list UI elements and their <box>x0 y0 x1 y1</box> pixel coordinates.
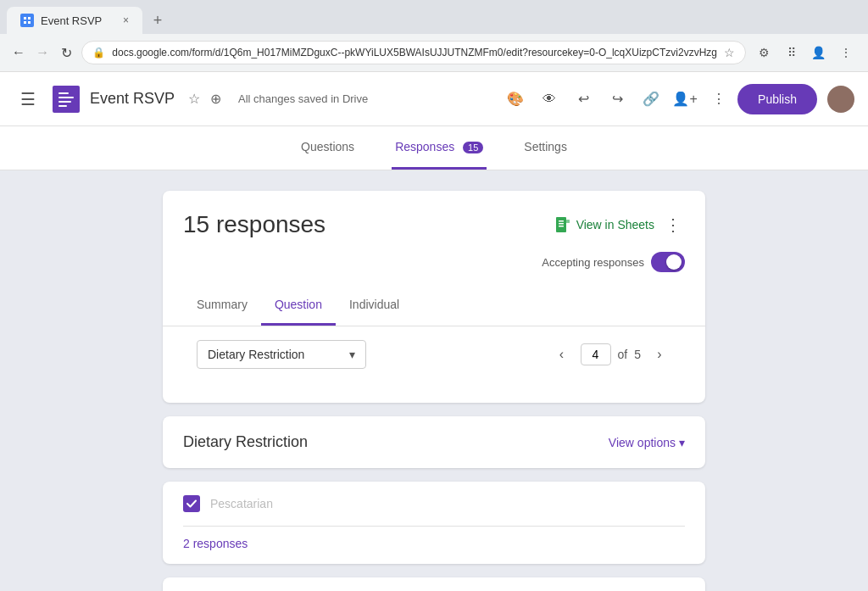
response-count-row: 15 responses View in Sheets ⋮ <box>183 211 685 238</box>
view-options-button[interactable]: View options ▾ <box>609 436 685 449</box>
page-of-label: of <box>618 348 628 361</box>
browser-tab-active[interactable]: Event RSVP × <box>7 7 142 34</box>
browser-nav: ← → ↻ 🔒 docs.google.com/form/d/1Q6m_H017… <box>0 34 868 71</box>
url-text: docs.google.com/form/d/1Q6m_H017MiMZDgux… <box>112 47 717 59</box>
svg-rect-2 <box>24 21 26 24</box>
svg-rect-5 <box>58 92 69 94</box>
next-page-button[interactable]: › <box>648 343 671 366</box>
app-header: ☰ Event RSVP ☆ ⊕ All changes saved in Dr… <box>0 72 868 126</box>
bookmark-icon[interactable]: ☆ <box>724 46 735 59</box>
option-card-pescatarian: Pescatarian 2 responses <box>163 482 705 564</box>
svg-rect-4 <box>53 86 80 113</box>
browser-tabs: Event RSVP × + <box>0 0 868 34</box>
question-dropdown[interactable]: Dietary Restriction ▾ <box>197 340 366 369</box>
tab-questions[interactable]: Questions <box>298 126 358 170</box>
sub-tab-summary[interactable]: Summary <box>183 286 261 326</box>
extensions-icon[interactable]: ⚙ <box>753 41 776 64</box>
emoji-icon[interactable]: 🎨 <box>500 84 531 114</box>
prev-page-button[interactable]: ‹ <box>550 343 574 366</box>
svg-rect-6 <box>58 97 74 98</box>
svg-rect-9 <box>556 217 566 232</box>
response-count: 15 responses <box>183 211 326 238</box>
sub-tab-question[interactable]: Question <box>261 286 336 326</box>
save-status: All changes saved in Drive <box>238 92 368 105</box>
preview-icon[interactable]: 👁 <box>534 84 565 114</box>
svg-rect-13 <box>566 220 570 223</box>
avatar[interactable] <box>827 86 854 113</box>
responses-count-pescatarian[interactable]: 2 responses <box>183 537 685 550</box>
more-actions-icon[interactable]: ⋮ <box>704 84 734 114</box>
option-row-pescatarian: Pescatarian <box>183 495 685 527</box>
svg-rect-1 <box>28 17 31 20</box>
content-area: 15 responses View in Sheets ⋮ <box>0 170 868 591</box>
section-header: Dietary Restriction View options ▾ <box>183 433 685 451</box>
chevron-down-icon: ▾ <box>679 436 685 449</box>
tab-close-icon[interactable]: × <box>123 14 129 26</box>
question-selector-row: Dietary Restriction ▾ ‹ of 5 › <box>183 326 685 382</box>
option-label-pescatarian: Pescatarian <box>210 497 273 510</box>
app-logo <box>53 86 80 113</box>
section-title-card: Dietary Restriction View options ▾ <box>163 416 705 468</box>
svg-rect-11 <box>559 223 564 225</box>
response-header-card: 15 responses View in Sheets ⋮ <box>163 191 705 403</box>
page-total: 5 <box>634 348 641 361</box>
question-dropdown-label: Dietary Restriction <box>208 348 304 361</box>
responses-badge: 15 <box>463 142 483 153</box>
chevron-down-icon: ▾ <box>349 348 355 361</box>
back-button[interactable]: ← <box>10 41 27 64</box>
accepting-row: Accepting responses <box>183 252 685 272</box>
redo-icon[interactable]: ↪ <box>602 84 632 114</box>
hamburger-menu-icon[interactable]: ☰ <box>14 82 42 116</box>
app-title-icons: ☆ ⊕ <box>185 87 225 110</box>
view-in-sheets-button[interactable]: View in Sheets <box>554 216 654 233</box>
accepting-label: Accepting responses <box>542 256 644 269</box>
header-actions: 🎨 👁 ↩ ↪ 🔗 👤+ ⋮ Publish <box>500 84 854 114</box>
tab-title: Event RSVP <box>41 14 102 27</box>
link-icon[interactable]: 🔗 <box>636 84 666 114</box>
sheets-icon <box>554 216 571 233</box>
svg-rect-12 <box>559 226 564 227</box>
pagination: ‹ of 5 › <box>550 343 671 366</box>
more-chrome-icon[interactable]: ⋮ <box>834 41 858 64</box>
url-bar[interactable]: 🔒 docs.google.com/form/d/1Q6m_H017MiMZDg… <box>81 41 746 64</box>
publish-button[interactable]: Publish <box>737 84 817 114</box>
lock-icon: 🔒 <box>92 47 105 59</box>
sub-tab-individual[interactable]: Individual <box>336 286 413 326</box>
new-tab-button[interactable]: + <box>146 8 170 32</box>
refresh-button[interactable]: ↻ <box>58 41 75 64</box>
svg-rect-10 <box>559 220 564 222</box>
sub-tabs: Summary Question Individual <box>163 286 705 326</box>
move-to-drive-icon[interactable]: ⊕ <box>207 87 225 110</box>
header-card-actions: View in Sheets ⋮ <box>554 211 685 238</box>
section-title: Dietary Restriction <box>183 433 308 451</box>
browser-nav-icons: ⚙ ⠿ 👤 ⋮ <box>753 41 858 64</box>
option-card-vegetarian: Vegetarian <box>163 577 705 591</box>
toggle-slider <box>651 252 685 272</box>
undo-icon[interactable]: ↩ <box>568 84 598 114</box>
more-responses-button[interactable]: ⋮ <box>661 211 685 238</box>
tab-favicon <box>20 14 34 27</box>
forms-logo-icon <box>53 86 80 113</box>
checkbox-checked-icon <box>183 495 200 512</box>
tab-settings[interactable]: Settings <box>520 126 570 170</box>
star-icon[interactable]: ☆ <box>185 87 203 110</box>
tab-responses[interactable]: Responses 15 <box>392 126 487 170</box>
forward-button[interactable]: → <box>34 41 51 64</box>
svg-rect-7 <box>58 101 71 103</box>
share-icon[interactable]: 👤+ <box>670 84 700 114</box>
svg-rect-3 <box>28 21 31 24</box>
app-title: Event RSVP <box>90 90 175 108</box>
svg-rect-0 <box>24 17 26 20</box>
page-input[interactable] <box>581 343 611 365</box>
svg-rect-8 <box>58 105 67 107</box>
account-icon[interactable]: 👤 <box>807 41 831 64</box>
google-apps-icon[interactable]: ⠿ <box>780 41 804 64</box>
main-tabs: Questions Responses 15 Settings <box>0 126 868 170</box>
response-header-inner: 15 responses View in Sheets ⋮ <box>163 191 705 403</box>
browser-chrome: Event RSVP × + ← → ↻ 🔒 docs.google.com/f… <box>0 0 868 72</box>
accepting-toggle[interactable] <box>651 252 685 272</box>
